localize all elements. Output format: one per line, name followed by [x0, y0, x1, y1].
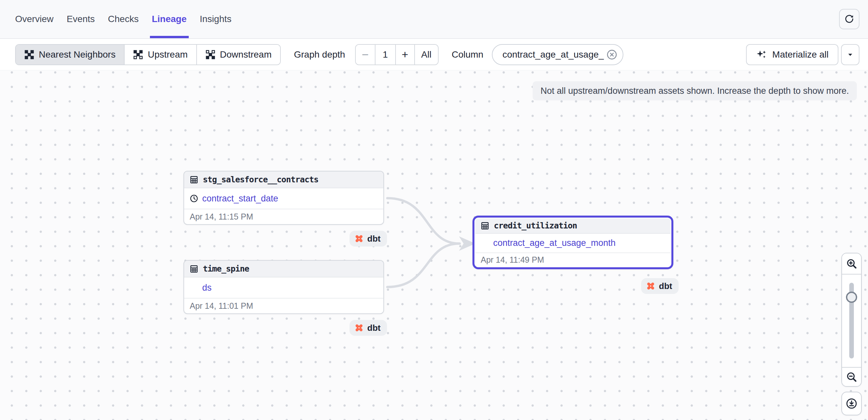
- dbt-logo-icon: [646, 281, 656, 291]
- depth-all-button[interactable]: All: [415, 45, 438, 64]
- asset-node-time-spine[interactable]: time_spine ds Apr 14, 11:01 PM: [183, 260, 384, 314]
- materialize-all-label: Materialize all: [772, 49, 829, 60]
- zoom-slider-thumb[interactable]: [846, 291, 857, 303]
- tab-insights[interactable]: Insights: [200, 0, 232, 38]
- view-mode-upstream[interactable]: Upstream: [125, 45, 197, 64]
- node-header: time_spine: [184, 261, 383, 278]
- download-view-button[interactable]: [841, 392, 862, 415]
- node-column-row[interactable]: contract_age_at_usage_month: [475, 234, 671, 253]
- zoom-in-icon: [846, 258, 857, 269]
- dbt-badge-stg-salesforce-contracts: dbt: [349, 231, 387, 247]
- depth-increment-button[interactable]: +: [396, 45, 415, 64]
- column-link[interactable]: contract_age_at_usage_month: [493, 238, 616, 248]
- column-filter[interactable]: contract_age_at_usage_: [492, 44, 623, 65]
- asset-node-credit-utilization[interactable]: credit_utilization contract_age_at_usage…: [472, 216, 673, 269]
- dbt-logo-icon: [354, 234, 364, 244]
- depth-decrement-button[interactable]: −: [356, 45, 375, 64]
- dbt-badge-label: dbt: [659, 281, 672, 291]
- lineage-graph-canvas[interactable]: Not all upstream/downstream assets shown…: [0, 71, 868, 420]
- tab-checks-label: Checks: [108, 14, 138, 24]
- sparkles-icon: [756, 49, 767, 60]
- tab-insights-label: Insights: [200, 14, 232, 24]
- table-icon: [481, 222, 489, 230]
- tab-events-label: Events: [67, 14, 95, 24]
- graph-depth-stepper: − 1 + All: [355, 44, 439, 65]
- nearest-neighbors-icon: [24, 50, 34, 60]
- refresh-icon: [844, 14, 855, 24]
- node-timestamp: Apr 14, 11:49 PM: [481, 255, 544, 264]
- zoom-out-button[interactable]: [842, 367, 861, 386]
- asset-lineage-page: Overview Events Checks Lineage Insights …: [0, 0, 868, 420]
- view-mode-nearest-neighbors-label: Nearest Neighbors: [39, 49, 115, 60]
- dbt-badge-label: dbt: [367, 323, 380, 333]
- node-footer: Apr 14, 11:01 PM: [184, 299, 383, 313]
- refresh-button[interactable]: [839, 9, 860, 29]
- node-header: credit_utilization: [475, 218, 671, 234]
- node-title: credit_utilization: [494, 221, 577, 230]
- node-title: time_spine: [203, 264, 249, 274]
- node-header: stg_salesforce__contracts: [184, 171, 383, 188]
- tab-lineage-label: Lineage: [152, 14, 187, 24]
- page-header: Overview Events Checks Lineage Insights: [0, 0, 868, 39]
- node-title: stg_salesforce__contracts: [203, 175, 318, 184]
- dbt-badge-label: dbt: [367, 234, 380, 244]
- node-footer: Apr 14, 11:15 PM: [184, 209, 383, 224]
- edge-stg-to-credit: [387, 198, 460, 244]
- node-column-row[interactable]: ds: [184, 278, 383, 299]
- view-mode-downstream[interactable]: Downstream: [197, 45, 280, 64]
- column-link[interactable]: contract_start_date: [202, 194, 278, 204]
- caret-down-icon: [847, 51, 854, 58]
- upstream-icon: [133, 50, 143, 60]
- depth-notice: Not all upstream/downstream assets shown…: [533, 81, 857, 101]
- zoom-in-button[interactable]: [842, 253, 861, 275]
- materialize-all-button[interactable]: Materialize all: [746, 44, 838, 65]
- download-icon: [846, 398, 858, 410]
- edge-timespine-to-credit: [387, 244, 460, 287]
- downstream-icon: [206, 50, 215, 60]
- tab-overview[interactable]: Overview: [15, 0, 54, 38]
- table-icon: [190, 175, 198, 184]
- clear-column-icon[interactable]: [606, 49, 617, 60]
- view-mode-nearest-neighbors[interactable]: Nearest Neighbors: [16, 45, 125, 64]
- tab-bar: Overview Events Checks Lineage Insights: [15, 0, 231, 38]
- node-footer: Apr 14, 11:49 PM: [475, 253, 671, 267]
- dbt-logo-icon: [354, 323, 364, 333]
- node-timestamp: Apr 14, 11:15 PM: [190, 212, 253, 222]
- column-filter-value: contract_age_at_usage_: [502, 49, 603, 60]
- graph-depth-label: Graph depth: [294, 49, 345, 60]
- zoom-slider[interactable]: [842, 275, 861, 367]
- asset-node-stg-salesforce-contracts[interactable]: stg_salesforce__contracts contract_start…: [183, 171, 384, 225]
- tab-checks[interactable]: Checks: [108, 0, 138, 38]
- materialize-options-button[interactable]: [841, 44, 860, 65]
- dbt-badge-credit-utilization: dbt: [641, 278, 679, 294]
- node-timestamp: Apr 14, 11:01 PM: [190, 301, 253, 311]
- view-mode-downstream-label: Downstream: [220, 49, 272, 60]
- zoom-control-panel: [841, 253, 862, 387]
- table-icon: [190, 264, 198, 273]
- dbt-badge-time-spine: dbt: [349, 320, 387, 336]
- column-link[interactable]: ds: [202, 283, 212, 293]
- view-mode-upstream-label: Upstream: [148, 49, 187, 60]
- materialize-split-button: Materialize all: [746, 44, 860, 65]
- tab-overview-label: Overview: [15, 14, 54, 24]
- column-label: Column: [452, 49, 483, 60]
- lineage-toolbar: Nearest Neighbors Upstream Downstream: [0, 39, 868, 71]
- node-card[interactable]: credit_utilization contract_age_at_usage…: [475, 218, 671, 267]
- clock-icon: [190, 194, 198, 203]
- tab-events[interactable]: Events: [67, 0, 95, 38]
- node-column-row[interactable]: contract_start_date: [184, 188, 383, 209]
- tab-lineage[interactable]: Lineage: [152, 0, 187, 38]
- depth-value[interactable]: 1: [375, 45, 396, 64]
- zoom-out-icon: [846, 371, 857, 383]
- view-mode-group: Nearest Neighbors Upstream Downstream: [15, 44, 281, 65]
- lineage-edges: [0, 71, 868, 420]
